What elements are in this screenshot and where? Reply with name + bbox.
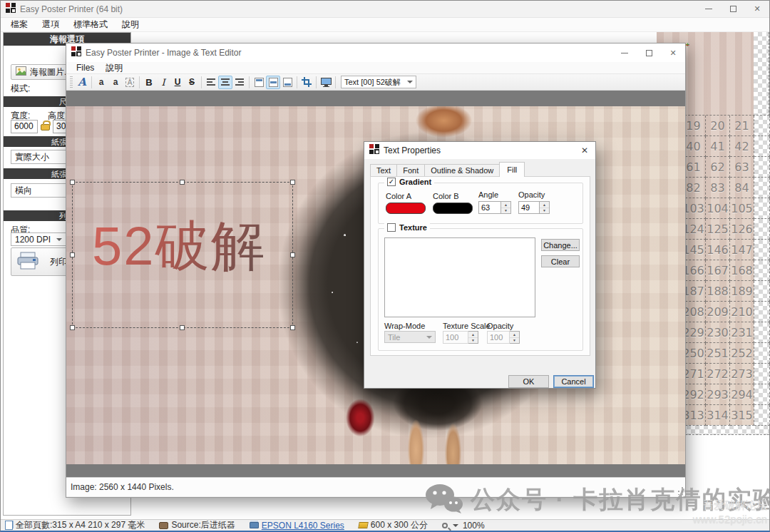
cancel-button[interactable]: Cancel	[553, 375, 594, 388]
crop-icon	[302, 77, 312, 87]
resize-handle[interactable]	[290, 252, 295, 257]
editor-close-icon[interactable]: ✕	[661, 44, 685, 62]
tab-text[interactable]: Text	[370, 164, 397, 177]
align-left-button[interactable]	[204, 76, 218, 89]
valign-bottom-button[interactable]	[280, 76, 294, 89]
editor-minimize-icon[interactable]	[612, 44, 637, 62]
main-menu-item-3[interactable]: 說明	[115, 17, 146, 32]
underline-button[interactable]: U	[170, 76, 185, 89]
valign-middle-button[interactable]	[266, 76, 280, 89]
select-text-button[interactable]: A	[123, 76, 137, 89]
resize-handle[interactable]	[290, 325, 295, 330]
color-a-label: Color A	[386, 192, 411, 200]
minimize-icon[interactable]	[697, 1, 721, 17]
tab-font[interactable]: Font	[396, 164, 425, 177]
valign-top-icon	[255, 78, 264, 87]
tab-outline-shadow[interactable]: Outline & Shadow	[424, 164, 500, 177]
add-text-button[interactable]: a+	[94, 76, 108, 89]
spinner-arrows-icon[interactable]: ▲▼	[540, 201, 550, 214]
lock-icon[interactable]	[41, 124, 50, 131]
tab-fill[interactable]: Fill	[499, 162, 525, 177]
change-button[interactable]: Change...	[541, 239, 580, 251]
page-number: 125	[706, 219, 730, 240]
texture-opacity-spinner[interactable]: 100 ▲▼	[487, 331, 520, 344]
zoom-level[interactable]: 100%	[463, 521, 485, 531]
source-status: Source:后进纸器	[171, 519, 235, 531]
wrap-mode-select[interactable]: Tile	[384, 331, 436, 343]
resize-handle[interactable]	[70, 252, 75, 257]
page-number: 168	[730, 260, 754, 281]
dialog-tabs: TextFontOutline & ShadowFill	[370, 163, 524, 177]
italic-button[interactable]: I	[156, 76, 170, 89]
gradient-opacity-spinner[interactable]: 49 ▲▼	[518, 201, 550, 214]
editor-menu-item-1[interactable]: 說明	[100, 61, 128, 75]
page-number: 315	[730, 405, 754, 426]
maximize-icon[interactable]	[721, 1, 745, 17]
font-button[interactable]: A	[75, 76, 89, 89]
angle-spinner[interactable]: 63 ▲▼	[478, 201, 511, 214]
page-margin-cell	[754, 322, 770, 343]
chevron-down-icon	[426, 336, 432, 342]
width-input[interactable]: 6000	[11, 120, 38, 133]
color-b-swatch[interactable]	[433, 203, 473, 214]
resize-handle[interactable]	[70, 325, 75, 330]
resize-handle[interactable]	[70, 180, 75, 185]
page-number: 84	[730, 178, 754, 198]
editor-menu-item-0[interactable]: Files	[71, 62, 100, 73]
dialog-close-icon[interactable]: ✕	[574, 142, 595, 159]
selection-box[interactable]	[72, 182, 293, 328]
ok-button[interactable]: OK	[508, 375, 549, 388]
display-button[interactable]	[319, 76, 333, 89]
clear-button[interactable]: Clear	[541, 255, 580, 267]
add-text-icon: a	[99, 77, 104, 87]
editor-maximize-icon[interactable]	[637, 44, 661, 62]
texture-scale-spinner[interactable]: 100 ▲▼	[443, 331, 478, 344]
page-number: 293	[706, 384, 730, 405]
texture-group-title: Texture	[399, 223, 427, 232]
dialog-app-icon	[369, 144, 379, 157]
dialog-title: Text Properties	[384, 145, 574, 155]
page-number: 167	[706, 260, 730, 281]
text-object-selector[interactable]: Text [00] 52破解	[341, 76, 416, 88]
remove-text-button[interactable]: a−	[108, 76, 123, 89]
picture-icon	[16, 66, 26, 78]
toolbar-grip[interactable]	[70, 76, 73, 88]
spinner-arrows-icon[interactable]: ▲▼	[501, 201, 511, 214]
page-margin-cell	[754, 136, 770, 157]
spinner-arrows-icon[interactable]: ▲▼	[510, 331, 520, 344]
page-number: 294	[730, 384, 754, 405]
crop-button[interactable]	[299, 76, 314, 89]
main-menu-item-1[interactable]: 選項	[35, 17, 66, 32]
spinner-arrows-icon[interactable]: ▲▼	[468, 331, 478, 344]
color-a-swatch[interactable]	[386, 203, 426, 214]
resize-handle[interactable]	[180, 180, 185, 185]
valign-bottom-icon	[283, 78, 292, 87]
page-number: 189	[730, 281, 754, 302]
mode-label: 模式:	[11, 83, 30, 95]
resize-handle[interactable]	[290, 180, 295, 185]
zoom-caret-icon[interactable]	[453, 524, 458, 530]
strikethrough-button[interactable]: S	[185, 76, 199, 89]
page-margin-cell	[754, 178, 770, 198]
page-number: 188	[706, 281, 730, 302]
printer-link[interactable]: EPSON L4160 Series	[262, 521, 344, 531]
align-center-button[interactable]	[218, 76, 232, 89]
gradient-checkbox[interactable]: ✓	[387, 178, 396, 186]
close-icon[interactable]: ✕	[745, 1, 769, 17]
page-number: 83	[706, 178, 730, 198]
remove-text-icon: a	[113, 77, 118, 87]
fill-tab-page: ✓ Gradient Color A Color B Angle 63 ▲▼ O…	[370, 176, 590, 356]
poster-size-status: 600 x 300 公分	[371, 519, 428, 531]
quality-select[interactable]: 1200 DPI	[11, 232, 66, 246]
main-menu-item-2[interactable]: 標準格式	[66, 17, 115, 32]
page-margin-cell	[754, 364, 770, 384]
align-right-button[interactable]	[232, 76, 247, 89]
texture-checkbox[interactable]	[387, 223, 396, 232]
main-menu-item-0[interactable]: 檔案	[4, 17, 35, 32]
italic-icon: I	[161, 77, 165, 88]
page-number: 230	[706, 322, 730, 343]
resize-handle[interactable]	[180, 325, 185, 330]
valign-top-button[interactable]	[252, 76, 266, 89]
page-margin-cell	[754, 198, 770, 219]
bold-button[interactable]: B	[142, 76, 156, 89]
